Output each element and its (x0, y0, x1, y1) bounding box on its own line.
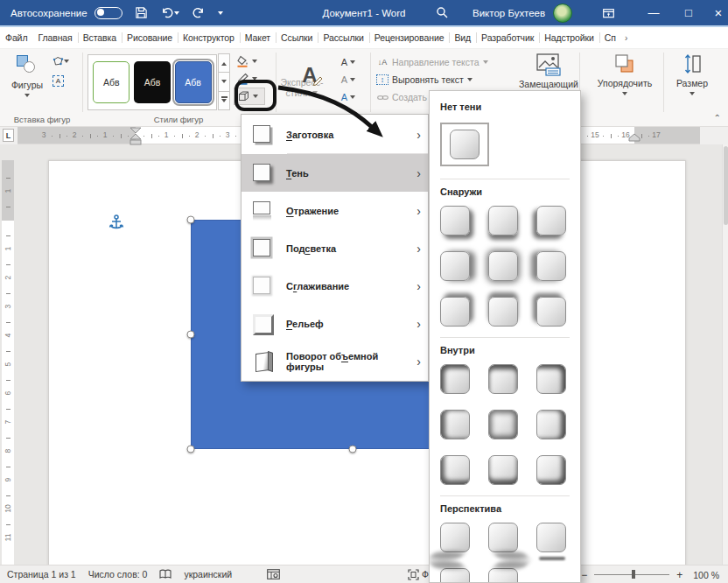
avatar[interactable] (553, 0, 572, 25)
text-effects-button[interactable]: А (332, 88, 364, 106)
arrange-button[interactable]: Упорядочить (588, 53, 662, 98)
gallery-up-button[interactable] (218, 53, 230, 73)
user-name[interactable]: Виктор Бухтеев (472, 0, 545, 25)
macro-recorder-icon[interactable] (267, 569, 280, 579)
selection-handle[interactable] (187, 331, 195, 339)
zoom-in-button[interactable]: + (673, 569, 686, 581)
tab-12[interactable]: Надстройки (539, 27, 599, 48)
edit-shape-button[interactable] (52, 56, 69, 67)
style-swatch-black[interactable]: Абв (134, 61, 171, 103)
tab-4[interactable]: Рисование (122, 27, 178, 48)
perspective-lower-right-thumbnail[interactable] (488, 568, 518, 583)
tab-10[interactable]: Вид (449, 27, 476, 48)
offset-bottom-right-thumbnail[interactable] (440, 206, 470, 235)
reflection-icon (252, 200, 275, 221)
text-box-button[interactable]: A (52, 75, 64, 87)
ruler-number: 4 (4, 329, 12, 341)
zoom-slider-track[interactable] (594, 574, 669, 575)
inside-bottom-right-thumbnail[interactable] (536, 455, 566, 485)
page-indicator[interactable]: Страница 1 из 1 (7, 569, 76, 579)
search-icon[interactable] (436, 0, 449, 25)
focus-icon (408, 569, 419, 580)
offset-bottom-thumbnail[interactable] (488, 206, 518, 235)
inside-center-thumbnail[interactable] (488, 410, 518, 439)
offset-center-thumbnail[interactable] (488, 251, 518, 281)
selection-handle[interactable] (187, 216, 195, 224)
perspective-upper-left-thumbnail[interactable] (440, 523, 470, 552)
tab-9[interactable]: Рецензирование (369, 27, 450, 48)
text-direction-button[interactable]: ↓A Направление текста (376, 53, 490, 71)
right-indent-marker[interactable] (627, 133, 641, 142)
offset-top-right-thumbnail[interactable] (440, 297, 470, 327)
offset-bottom-left-thumbnail[interactable] (536, 206, 566, 235)
tab-13[interactable]: Сп (599, 27, 621, 48)
tab-6[interactable]: Макет (240, 27, 276, 48)
style-swatch-outline[interactable]: Абв (93, 61, 130, 103)
align-text-button[interactable]: ↕ Выровнять текст (376, 71, 490, 88)
offset-right-thumbnail[interactable] (440, 251, 470, 281)
indent-markers[interactable] (129, 127, 143, 145)
tab-selector[interactable]: L (3, 129, 14, 142)
menu-item-reflection[interactable]: Отражение› (242, 192, 428, 229)
align-text-icon: ↕ (376, 74, 388, 85)
tabs-overflow-icon[interactable]: › (621, 27, 631, 48)
inside-left-thumbnail[interactable] (440, 410, 470, 439)
inside-bottom-left-thumbnail[interactable] (440, 455, 470, 485)
maximize-button[interactable]: □ (674, 0, 704, 25)
offset-top-thumbnail[interactable] (488, 297, 518, 327)
inside-top-thumbnail[interactable] (488, 364, 518, 394)
tab-2[interactable]: Главная (32, 27, 77, 48)
menu-item-soft-edges[interactable]: Сглаживание› (242, 267, 428, 305)
inside-top-left-thumbnail[interactable] (440, 364, 470, 394)
tab-3[interactable]: Вставка (78, 27, 122, 48)
shape-effects-menu: Заготовка›Тень›Отражение›Подсветка›Сглаж… (241, 114, 429, 382)
thumbnail-grid (440, 121, 570, 168)
menu-item-3d-rotation[interactable]: Поворот объемной фигуры› (242, 342, 428, 380)
vertical-ruler[interactable]: 11234567891011 (2, 160, 14, 565)
no-shadow-thumbnail[interactable] (450, 130, 480, 159)
close-button[interactable]: × (704, 0, 728, 25)
tab-1[interactable]: Файл (0, 27, 32, 48)
collapse-ribbon-icon[interactable]: ⌃ (714, 113, 721, 123)
ruler-tick (151, 134, 152, 138)
tab-8[interactable]: Рассылки (318, 27, 368, 48)
shapes-button[interactable]: Фигуры (5, 53, 49, 114)
minimize-button[interactable]: — (639, 0, 668, 25)
perspective-upper-right-thumbnail[interactable] (488, 523, 518, 552)
perspective-lower-left-thumbnail[interactable] (440, 568, 470, 583)
zoom-slider-thumb[interactable] (632, 570, 635, 579)
offset-top-left-thumbnail[interactable] (536, 297, 566, 327)
tab-11[interactable]: Разработчик (476, 27, 539, 48)
gallery-down-button[interactable] (218, 72, 230, 91)
vertical-scrollbar[interactable] (722, 144, 728, 565)
tab-7[interactable]: Ссылки (276, 27, 318, 48)
alt-text-button[interactable]: Замещающий (518, 53, 579, 89)
size-button[interactable]: Размер (667, 53, 718, 98)
inside-bottom-thumbnail[interactable] (488, 455, 518, 485)
zoom-level[interactable]: 100 % (693, 570, 719, 580)
inside-right-thumbnail[interactable] (536, 410, 566, 439)
ribbon-display-options-icon[interactable] (593, 0, 623, 25)
menu-item-glow[interactable]: Подсветка› (242, 229, 428, 267)
shape-fill-button[interactable] (234, 53, 270, 70)
gallery-more-button[interactable] (218, 91, 230, 110)
scrollbar-thumb[interactable] (724, 146, 728, 225)
tab-5[interactable]: Конструктор (178, 27, 240, 48)
selection-handle[interactable] (349, 446, 357, 453)
menu-item-preset[interactable]: Заготовка› (242, 116, 428, 153)
offset-left-thumbnail[interactable] (536, 251, 566, 281)
word-count[interactable]: Число слов: 0 (88, 569, 148, 579)
language-indicator[interactable]: украинский (184, 569, 232, 579)
perspective-below-thumbnail[interactable] (536, 523, 566, 552)
selection-handle[interactable] (187, 446, 195, 453)
style-swatch-blue-selected[interactable]: Абв (175, 61, 212, 103)
proofing-book-icon[interactable] (159, 569, 172, 579)
menu-item-bevel[interactable]: Рельеф› (242, 305, 428, 342)
selected-thumbnail-frame (440, 123, 489, 166)
inside-top-right-thumbnail[interactable] (536, 364, 566, 394)
wordart-styles-button[interactable]: A (296, 56, 329, 95)
thumbnail-grid (440, 206, 570, 327)
menu-item-shadow[interactable]: Тень› (242, 154, 428, 192)
text-outline-button[interactable]: А (332, 71, 364, 88)
text-fill-button[interactable]: А (332, 53, 364, 71)
